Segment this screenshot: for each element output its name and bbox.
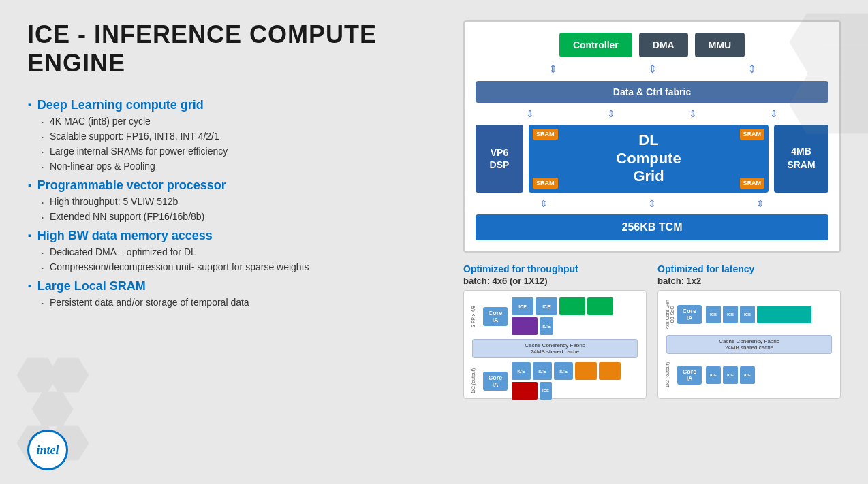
ice-blocks-1: ICE ICE ICE	[512, 297, 639, 335]
throughput-row-2: 1x2 (output) CoreIA ICE ICE ICE ICE	[471, 362, 639, 400]
lat-ice-3: ICE	[740, 306, 755, 323]
lat-core-ia-2: CoreIA	[677, 366, 702, 385]
bullet-dl-3: Large internal SRAMs for power efficienc…	[41, 146, 450, 158]
sram-br: SRAM	[740, 178, 765, 189]
arrow-m3: ⇕	[689, 108, 697, 119]
section-dl-compute: Deep Learning compute grid 4K MAC (int8)…	[27, 98, 450, 173]
arrow-b2: ⇕	[648, 198, 656, 209]
lat-ice-6: ICE	[723, 366, 738, 384]
row2-label: 1x2 (output)	[471, 368, 479, 393]
latency-section: Optimized for latency batch: 1x2 4x8 Cor…	[657, 263, 841, 399]
latency-row-2: 1x2 (output) CoreIA ICE ICE ICE	[665, 358, 833, 391]
tcm-bar: 256KB TCM	[476, 214, 828, 240]
lat-core-ia-1: CoreIA	[677, 305, 702, 324]
bottom-diagrams: Optimized for throughput batch: 4x6 (or …	[463, 263, 841, 399]
lat-ice-1: ICE	[706, 306, 721, 323]
row1-label: 3 FP x 4/8	[471, 306, 479, 327]
arrow-b1: ⇕	[540, 198, 548, 209]
throughput-title: Optimized for throughput	[463, 263, 647, 274]
section-heading-memory: High BW data memory access	[27, 229, 450, 244]
ice-block-6: ICE	[540, 317, 553, 335]
bullet-dl-4: Non-linear ops & Pooling	[41, 161, 450, 173]
sram-tr: SRAM	[740, 129, 765, 140]
throughput-row-1: 3 FP x 4/8 CoreIA ICE ICE ICE	[471, 297, 639, 335]
sram-bl: SRAM	[533, 178, 558, 189]
throughput-subtitle: batch: 4x6 (or 1X12)	[463, 276, 647, 286]
svg-marker-7	[48, 358, 89, 392]
bullet-vec-2: Extended NN support (FP16/16b/8b)	[41, 211, 450, 223]
section-memory-bullets: Dedicated DMA – optimized for DL Compres…	[41, 246, 450, 274]
arrow-m2: ⇕	[607, 108, 615, 119]
intel-text: intel	[36, 443, 59, 457]
latency-title: Optimized for latency	[657, 263, 841, 274]
bullet-dl-2: Scalable support: FP16, INT8, INT 4/2/1	[41, 131, 450, 143]
latency-diagram-box: 4x8 Core GenQ3 SoC CoreIA ICE ICE ICE Ca…	[657, 290, 841, 399]
content-sections: Deep Learning compute grid 4K MAC (int8)…	[27, 98, 450, 314]
lat-ice-7: ICE	[740, 366, 755, 384]
lat-ice-blocks-1: ICE ICE ICE	[706, 306, 833, 323]
svg-marker-8	[32, 392, 73, 426]
intel-circle: intel	[27, 430, 68, 470]
latency-row-1: 4x8 Core GenQ3 SoC CoreIA ICE ICE ICE	[665, 297, 833, 331]
throughput-section: Optimized for throughput batch: 4x6 (or …	[463, 263, 647, 399]
arrow-1: ⇕	[548, 63, 557, 76]
bullet-sram-1: Persistent data and/or storage of tempor…	[41, 297, 450, 309]
intel-logo: intel	[27, 430, 68, 470]
lat-row1-label: 4x8 Core GenQ3 SoC	[665, 300, 673, 329]
section-vector-bullets: High throughput: 5 VLIW 512b Extended NN…	[41, 196, 450, 223]
arrow-m1: ⇕	[526, 108, 534, 119]
vp6-dsp-box: VP6DSP	[476, 125, 523, 193]
ice-block-2: ICE	[536, 297, 557, 315]
controller-box: Controller	[559, 33, 632, 57]
dma-box: DMA	[639, 33, 688, 57]
ice-block-1: ICE	[512, 297, 533, 315]
ice-block-11	[599, 362, 621, 380]
latency-subtitle: batch: 1x2	[657, 276, 841, 286]
lat-ice-blocks-2: ICE ICE ICE	[706, 366, 833, 384]
ice-block-10	[575, 362, 597, 380]
arrow-b3: ⇕	[756, 198, 764, 209]
throughput-diagram-box: 3 FP x 4/8 CoreIA ICE ICE ICE	[463, 290, 647, 399]
arrow-2: ⇕	[648, 63, 657, 76]
bottom-arrows: ⇕ ⇕ ⇕	[476, 198, 828, 209]
lat-ice-2: ICE	[723, 306, 738, 323]
bullet-mem-2: Compression/decompression unit- support …	[41, 261, 450, 274]
latency-fabric: Cache Coherency Fabric24MB shared cache	[666, 335, 832, 354]
vp6-label: VP6DSP	[490, 146, 510, 171]
ice-block-9: ICE	[554, 362, 573, 380]
ice-block-3	[559, 297, 585, 315]
lat-ice-5: ICE	[706, 366, 721, 384]
sram-tl: SRAM	[533, 129, 558, 140]
core-ia-1: CoreIA	[483, 307, 508, 326]
ice-block-7: ICE	[512, 362, 531, 380]
section-sram: Large Local SRAM Persistent data and/or …	[27, 279, 450, 309]
ice-block-5	[512, 317, 538, 335]
section-heading-sram: Large Local SRAM	[27, 279, 450, 294]
lat-ice-4	[757, 306, 811, 323]
section-heading-dl: Deep Learning compute grid	[27, 98, 450, 113]
section-dl-bullets: 4K MAC (int8) per cycle Scalable support…	[41, 116, 450, 173]
ice-block-4	[587, 297, 613, 315]
section-vector: Programmable vector processor High throu…	[27, 178, 450, 223]
page-title: ICE - INFERENCE COMPUTE ENGINE	[27, 20, 450, 78]
ice-block-13: ICE	[540, 382, 552, 400]
ice-blocks-2: ICE ICE ICE ICE	[512, 362, 639, 400]
bullet-vec-1: High throughput: 5 VLIW 512b	[41, 196, 450, 208]
ice-block-8: ICE	[533, 362, 552, 380]
section-memory: High BW data memory access Dedicated DMA…	[27, 229, 450, 274]
core-ia-2: CoreIA	[483, 372, 508, 391]
section-sram-bullets: Persistent data and/or storage of tempor…	[41, 297, 450, 309]
section-heading-vector: Programmable vector processor	[27, 178, 450, 193]
dl-grid-label: DLComputeGrid	[616, 131, 681, 185]
throughput-fabric: Cache Coherency Fabric24MB shared cache	[472, 339, 638, 358]
lat-row2-label: 1x2 (output)	[665, 362, 673, 387]
dl-compute-grid-box: SRAM SRAM SRAM SRAM DLComputeGrid	[529, 125, 769, 193]
bullet-dl-1: 4K MAC (int8) per cycle	[41, 116, 450, 128]
ice-block-12	[512, 382, 538, 400]
bullet-mem-1: Dedicated DMA – optimized for DL	[41, 246, 450, 259]
